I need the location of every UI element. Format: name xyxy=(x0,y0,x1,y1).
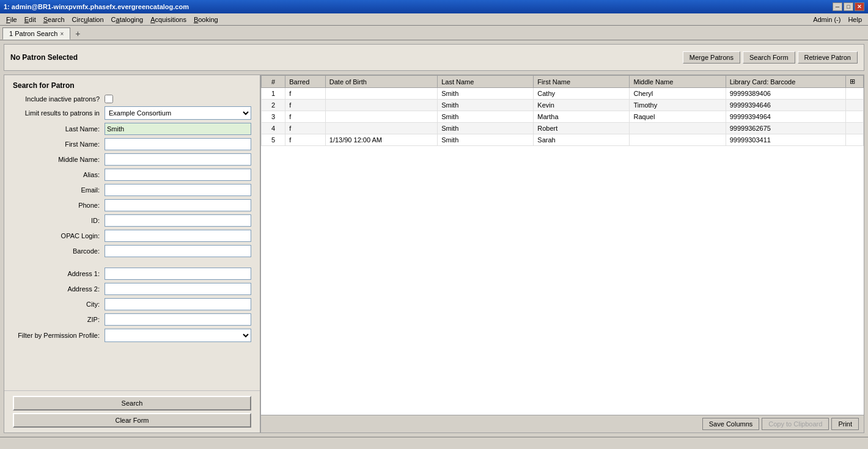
col-header-barcode[interactable]: Library Card: Barcode xyxy=(726,76,845,88)
cell-barcode: 99999303411 xyxy=(726,134,845,146)
cell-dob xyxy=(325,123,437,134)
alias-input[interactable] xyxy=(105,169,251,181)
inactive-checkbox[interactable] xyxy=(105,95,113,103)
restore-button[interactable]: □ xyxy=(844,2,853,11)
email-row: Email: xyxy=(13,184,251,196)
search-panel: Search for Patron Include inactive patro… xyxy=(4,75,261,433)
tab-add-button[interactable]: + xyxy=(72,27,84,40)
minimize-button[interactable]: ─ xyxy=(833,2,842,11)
address2-row: Address 2: xyxy=(13,283,251,295)
address1-row: Address 1: xyxy=(13,268,251,280)
cell-barcode: 99999362675 xyxy=(726,123,845,134)
phone-row: Phone: xyxy=(13,199,251,211)
phone-input[interactable] xyxy=(105,199,251,211)
city-input[interactable] xyxy=(105,298,251,310)
barcode-label: Barcode: xyxy=(13,247,105,255)
barcode-input[interactable] xyxy=(105,245,251,257)
cell-barred: f xyxy=(285,100,325,111)
limit-label: Limit results to patrons in xyxy=(13,109,105,117)
cell-barred: f xyxy=(285,88,325,100)
title-bar: 1: admin@BR1-winxpvmfx.phasefx.evergreen… xyxy=(0,0,868,13)
col-header-last[interactable]: Last Name xyxy=(438,76,534,88)
address2-label: Address 2: xyxy=(13,285,105,293)
close-button[interactable]: ✕ xyxy=(855,2,864,11)
cell-barred: f xyxy=(285,123,325,134)
table-row[interactable]: 1 f Smith Cathy Cheryl 99999389406 xyxy=(262,88,864,100)
cell-first: Sarah xyxy=(534,134,630,146)
last-name-input[interactable] xyxy=(105,123,251,135)
col-header-num[interactable]: # xyxy=(262,76,285,88)
table-row[interactable]: 3 f Smith Martha Raquel 99999394964 xyxy=(262,111,864,123)
email-input[interactable] xyxy=(105,184,251,196)
tab-close-icon[interactable]: × xyxy=(61,31,64,37)
cell-last: Smith xyxy=(438,123,534,134)
menu-help[interactable]: Help xyxy=(844,15,866,24)
search-button[interactable]: Search xyxy=(13,396,251,411)
zip-input[interactable] xyxy=(105,313,251,326)
cell-last: Smith xyxy=(438,100,534,111)
cell-num: 2 xyxy=(262,100,285,111)
zip-label: ZIP: xyxy=(13,316,105,323)
limit-select[interactable]: Example Consortium xyxy=(105,106,251,120)
opac-login-input[interactable] xyxy=(105,230,251,242)
menu-cataloging[interactable]: Cataloging xyxy=(108,15,147,24)
cell-barcode: 99999389406 xyxy=(726,88,845,100)
last-name-label: Last Name: xyxy=(13,125,105,133)
window-controls: ─ □ ✕ xyxy=(833,2,864,11)
cell-extra xyxy=(846,134,864,146)
table-header-row: # Barred Date of Birth Last Name First N… xyxy=(262,76,864,88)
barcode-row: Barcode: xyxy=(13,245,251,257)
print-button[interactable]: Print xyxy=(831,418,859,430)
opac-login-label: OPAC Login: xyxy=(13,232,105,239)
col-header-dob[interactable]: Date of Birth xyxy=(325,76,437,88)
merge-patrons-button[interactable]: Merge Patrons xyxy=(683,51,740,64)
city-row: City: xyxy=(13,298,251,310)
menu-acquisitions[interactable]: Acquisitions xyxy=(147,15,190,24)
phone-label: Phone: xyxy=(13,202,105,209)
limit-results-row: Limit results to patrons in Example Cons… xyxy=(13,106,251,120)
retrieve-patron-button[interactable]: Retrieve Patron xyxy=(798,51,858,64)
copy-to-clipboard-button[interactable]: Copy to Clipboard xyxy=(762,418,829,430)
address2-input[interactable] xyxy=(105,283,251,295)
menu-file[interactable]: File xyxy=(2,15,21,24)
address1-input[interactable] xyxy=(105,268,251,280)
tab-bar: 1 Patron Search × + xyxy=(0,26,868,40)
table-row[interactable]: 4 f Smith Robert 99999362675 xyxy=(262,123,864,134)
email-label: Email: xyxy=(13,186,105,194)
col-header-first[interactable]: First Name xyxy=(534,76,630,88)
menu-bar: File Edit Search Circulation Cataloging … xyxy=(0,13,868,26)
middle-name-input[interactable] xyxy=(105,153,251,166)
menu-search[interactable]: Search xyxy=(40,15,68,24)
clear-form-button[interactable]: Clear Form xyxy=(13,413,251,428)
cell-middle xyxy=(630,134,726,146)
cell-last: Smith xyxy=(438,88,534,100)
table-row[interactable]: 2 f Smith Kevin Timothy 99999394646 xyxy=(262,100,864,111)
last-name-row: Last Name: xyxy=(13,123,251,135)
search-form-title: Search for Patron xyxy=(13,81,251,90)
table-row[interactable]: 5 f 1/13/90 12:00 AM Smith Sarah 9999930… xyxy=(262,134,864,146)
permission-profile-select[interactable] xyxy=(105,329,251,342)
menu-booking[interactable]: Booking xyxy=(190,15,222,24)
top-buttons-group: Merge Patrons Search Form Retrieve Patro… xyxy=(683,51,858,64)
menu-admin[interactable]: Admin (-) xyxy=(809,15,844,24)
results-footer: Save Columns Copy to Clipboard Print xyxy=(261,415,864,433)
results-tbody: 1 f Smith Cathy Cheryl 99999389406 2 f S… xyxy=(262,88,864,146)
results-panel: # Barred Date of Birth Last Name First N… xyxy=(261,75,864,433)
permission-profile-row: Filter by Permission Profile: xyxy=(13,329,251,342)
first-name-input[interactable] xyxy=(105,138,251,150)
menu-edit[interactable]: Edit xyxy=(21,15,40,24)
save-columns-button[interactable]: Save Columns xyxy=(702,418,760,430)
tab-patron-search[interactable]: 1 Patron Search × xyxy=(2,27,70,40)
menu-circulation[interactable]: Circulation xyxy=(68,15,108,24)
col-header-middle[interactable]: Middle Name xyxy=(630,76,726,88)
inactive-patrons-row: Include inactive patrons? xyxy=(13,95,251,103)
results-table: # Barred Date of Birth Last Name First N… xyxy=(261,75,864,146)
tab-label: 1 Patron Search xyxy=(9,30,58,37)
search-form-button[interactable]: Search Form xyxy=(743,51,795,64)
col-header-barred[interactable]: Barred xyxy=(285,76,325,88)
cell-num: 1 xyxy=(262,88,285,100)
id-label: ID: xyxy=(13,217,105,224)
id-input[interactable] xyxy=(105,214,251,227)
cell-num: 4 xyxy=(262,123,285,134)
results-table-container: # Barred Date of Birth Last Name First N… xyxy=(261,75,864,415)
